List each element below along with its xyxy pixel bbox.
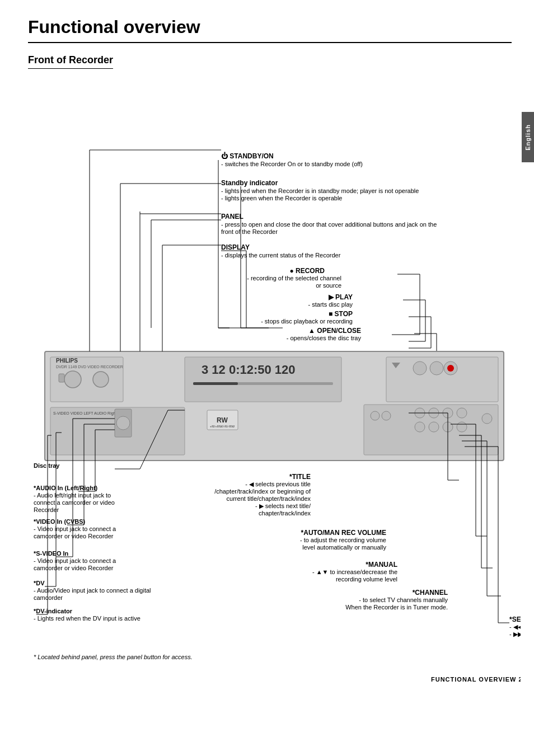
- sidebar-label: English: [524, 124, 531, 151]
- svg-text:- recording of the selected ch: - recording of the selected channel: [247, 275, 341, 281]
- svg-text:*AUTO/MAN REC VOLUME: *AUTO/MAN REC VOLUME: [301, 529, 386, 537]
- svg-text:- to adjust the recording volu: - to adjust the recording volume: [300, 537, 386, 543]
- svg-text:● RECORD: ● RECORD: [289, 267, 325, 275]
- svg-point-66: [429, 422, 439, 432]
- svg-text:3   12   0:12:50   120: 3 12 0:12:50 120: [202, 363, 296, 377]
- svg-text:front of the Recorder: front of the Recorder: [221, 228, 278, 235]
- svg-text:- lights red when the Recorder: - lights red when the Recorder is in sta…: [221, 187, 419, 194]
- svg-text:When the Recorder is in Tuner : When the Recorder is in Tuner mode.: [345, 604, 448, 611]
- svg-text:or source: or source: [316, 282, 341, 289]
- svg-rect-49: [386, 357, 498, 402]
- svg-text:DVDR 1149  DVD VIDEO RECORDER: DVDR 1149 DVD VIDEO RECORDER: [56, 365, 123, 369]
- svg-text:FUNCTIONAL OVERVIEW 23: FUNCTIONAL OVERVIEW 23: [431, 676, 521, 683]
- diagram-container: ⏻ STANDBY/ON - switches the Recorder On …: [28, 77, 521, 706]
- svg-text:- to select TV channels manual: - to select TV channels manually: [359, 597, 448, 603]
- svg-text:/chapter/track/index or beginn: /chapter/track/index or beginning of: [214, 488, 311, 495]
- svg-text:Standby indicator: Standby indicator: [221, 179, 278, 187]
- svg-text:RW: RW: [217, 416, 228, 424]
- svg-text:*CHANNEL: *CHANNEL: [413, 589, 448, 597]
- svg-point-61: [371, 411, 380, 420]
- svg-point-51: [413, 361, 427, 375]
- svg-text:recording volume level: recording volume level: [336, 576, 397, 583]
- svg-text:+R/+RW/-R/-RW: +R/+RW/-R/-RW: [210, 425, 235, 428]
- svg-text:- opens/closes the disc tray: - opens/closes the disc tray: [287, 335, 362, 341]
- svg-text:▲ OPEN/CLOSE: ▲ OPEN/CLOSE: [308, 327, 361, 335]
- svg-text:S-VIDEO  VIDEO  LEFT AUDIO Rig: S-VIDEO VIDEO LEFT AUDIO Right: [53, 411, 117, 416]
- svg-point-47: [93, 372, 109, 387]
- title-rule: [28, 42, 512, 43]
- svg-text:▶ PLAY: ▶ PLAY: [329, 293, 353, 301]
- svg-text:*S-VIDEO In: *S-VIDEO In: [34, 550, 69, 557]
- svg-point-71: [482, 414, 492, 424]
- svg-text:chapter/track/index: chapter/track/index: [259, 510, 311, 516]
- svg-text:camcorder: camcorder: [34, 594, 63, 601]
- sidebar-tab: English: [522, 112, 534, 162]
- svg-text:*VIDEO In (CVBS): *VIDEO In (CVBS): [34, 518, 86, 525]
- svg-text:*DV-indicator: *DV-indicator: [34, 608, 73, 614]
- svg-text:*TITLE: *TITLE: [289, 473, 311, 481]
- svg-text:PHILIPS: PHILIPS: [56, 358, 78, 364]
- svg-point-62: [382, 411, 391, 420]
- svg-text:- ◀ selects previous title: - ◀ selects previous title: [245, 481, 311, 487]
- svg-text:- Lights red when the DV input: - Lights red when the DV input is active: [34, 615, 140, 622]
- svg-text:- press to open and close the : - press to open and close the door that …: [221, 221, 437, 228]
- svg-text:*MANUAL: *MANUAL: [366, 561, 397, 569]
- svg-point-54: [447, 365, 454, 372]
- svg-point-52: [430, 361, 443, 375]
- svg-text:- starts disc play: - starts disc play: [308, 301, 353, 308]
- svg-text:- displays the current status : - displays the current status of the Rec…: [221, 252, 341, 259]
- svg-text:- Audio/Video input jack to co: - Audio/Video input jack to connect a di…: [34, 587, 151, 594]
- svg-text:camcorder or video Recorder: camcorder or video Recorder: [34, 533, 114, 539]
- svg-point-75: [116, 416, 130, 430]
- svg-text:camcorder or video Recorder: camcorder or video Recorder: [34, 565, 114, 571]
- svg-text:- Video input jack to connect : - Video input jack to connect a: [34, 557, 116, 564]
- svg-point-65: [415, 422, 425, 432]
- footnote-text: * Located behind panel, press the panel …: [34, 654, 193, 660]
- page-container: English Functional overview Front of Rec…: [0, 0, 534, 756]
- svg-text:PANEL: PANEL: [221, 213, 243, 220]
- svg-text:- ▶ selects next title/: - ▶ selects next title/: [255, 503, 311, 509]
- page-title: Functional overview: [28, 17, 512, 37]
- svg-point-46: [64, 371, 81, 388]
- svg-text:- ▶▶ search forwardduring disc: - ▶▶ search forwardduring disc playback: [509, 631, 521, 637]
- svg-text:- Audio left/right input jack : - Audio left/right input jack to: [34, 492, 111, 499]
- svg-text:level automatically or manuall: level automatically or manually: [302, 544, 386, 551]
- svg-text:- ▲▼ to increase/decrease the: - ▲▼ to increase/decrease the: [312, 569, 397, 575]
- svg-text:- stops disc playback or recor: - stops disc playback or recording: [261, 318, 353, 325]
- svg-text:*SEARCH: *SEARCH: [509, 616, 521, 623]
- svg-text:DISPLAY: DISPLAY: [221, 243, 250, 251]
- svg-text:connect a camcorder or video: connect a camcorder or video: [34, 499, 115, 506]
- svg-text:⏻ STANDBY/ON: ⏻ STANDBY/ON: [221, 152, 274, 160]
- svg-text:- Video input jack to connect : - Video input jack to connect a: [34, 525, 116, 532]
- svg-text:- ◀◀ search backward during di: - ◀◀ search backward during disc playbac…: [509, 623, 521, 630]
- svg-text:current title/chapter/track/in: current title/chapter/track/index: [227, 495, 311, 502]
- svg-text:- lights green when the Record: - lights green when the Recorder is oper…: [221, 195, 342, 201]
- svg-point-68: [457, 408, 467, 418]
- svg-text:■ STOP: ■ STOP: [329, 310, 353, 318]
- svg-text:*AUDIO In (Left/Right): *AUDIO In (Left/Right): [34, 485, 98, 491]
- svg-rect-48: [59, 374, 64, 382]
- svg-text:Recorder: Recorder: [34, 506, 59, 513]
- diagram-svg: ⏻ STANDBY/ON - switches the Recorder On …: [28, 77, 521, 704]
- section-title: Front of Recorder: [28, 54, 113, 69]
- svg-rect-44: [193, 382, 238, 385]
- svg-point-70: [457, 422, 467, 432]
- svg-text:- switches the Recorder On or : - switches the Recorder On or to standby…: [221, 161, 363, 167]
- svg-text:*DV: *DV: [34, 580, 45, 586]
